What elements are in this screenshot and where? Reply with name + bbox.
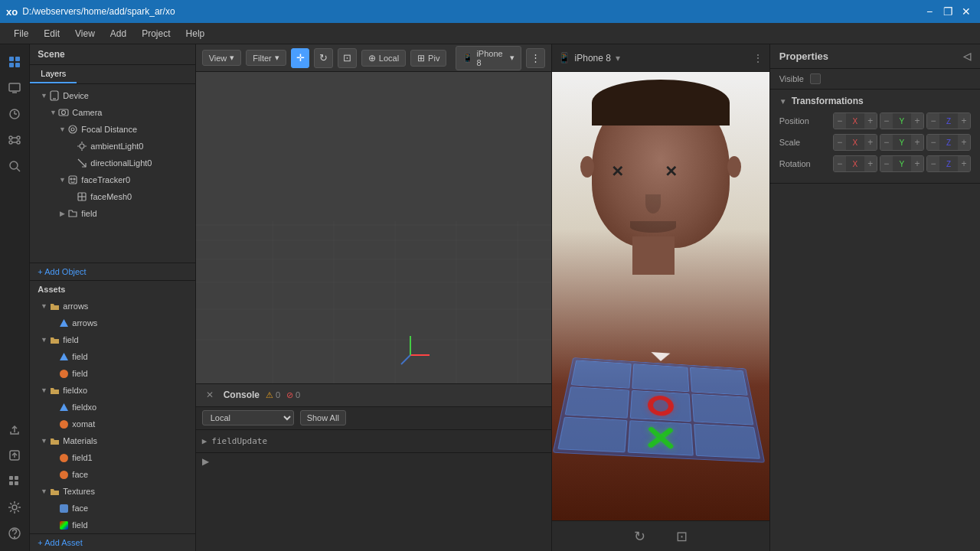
- tree-item-field-folder[interactable]: ▼ field: [30, 331, 194, 348]
- sidebar-icon-scene[interactable]: [3, 51, 26, 73]
- menu-project[interactable]: Project: [134, 25, 178, 42]
- preview-refresh-button[interactable]: ↻: [634, 528, 645, 545]
- position-z-minus[interactable]: −: [927, 113, 939, 129]
- tree-item-face-texture[interactable]: ▼ face: [30, 500, 194, 517]
- tree-item-facemesh[interactable]: ▼ faceMesh0: [30, 188, 194, 205]
- rotation-y-minus[interactable]: −: [880, 156, 893, 171]
- menu-dots-button[interactable]: ⋮: [526, 48, 545, 68]
- scale-y-minus[interactable]: −: [880, 135, 893, 150]
- tree-item-field-mat[interactable]: ▼ field: [30, 365, 194, 382]
- scale-fields: − X + − Y + − Z +: [833, 134, 971, 151]
- menu-view[interactable]: View: [67, 25, 103, 42]
- rotation-x-minus[interactable]: −: [834, 156, 846, 171]
- tree-item-focal[interactable]: ▼ Focal Distance: [30, 121, 194, 138]
- svg-point-31: [69, 126, 77, 133]
- view-chevron-icon: ▾: [230, 53, 234, 63]
- position-y-minus[interactable]: −: [880, 113, 893, 129]
- scale-x-plus[interactable]: +: [864, 135, 877, 150]
- properties-collapse-icon: ◁: [963, 51, 971, 62]
- scene-tabs: Layers: [30, 65, 194, 84]
- move-tool-button[interactable]: ✛: [291, 48, 310, 68]
- visible-checkbox[interactable]: [810, 73, 821, 84]
- device-dropdown[interactable]: 📱 iPhone 8 ▾: [456, 46, 521, 70]
- tree-item-directional[interactable]: ▼ directionalLight0: [30, 155, 194, 171]
- console-warning-badge: ⚠ 0: [266, 390, 280, 400]
- sidebar-icon-animate[interactable]: [3, 103, 26, 126]
- console-row-arrow[interactable]: ▶: [202, 436, 207, 446]
- tree-item-field[interactable]: ▶ field: [30, 205, 194, 222]
- sidebar-icon-settings[interactable]: [3, 496, 26, 519]
- tab-layers[interactable]: Layers: [30, 65, 77, 83]
- minimize-button[interactable]: −: [922, 4, 937, 19]
- filter-dropdown[interactable]: Filter ▾: [246, 50, 286, 66]
- rotation-z-plus[interactable]: +: [958, 156, 970, 171]
- tree-item-facetracker[interactable]: ▼ faceTracker0: [30, 171, 194, 188]
- tree-item-arrows[interactable]: ▼ arrows: [30, 315, 194, 331]
- preview-screenshot-button[interactable]: ⊡: [676, 528, 688, 545]
- console-scope-select[interactable]: Local: [202, 410, 294, 425]
- scale-y-plus[interactable]: +: [911, 135, 923, 150]
- position-z-plus[interactable]: +: [958, 113, 970, 129]
- tree-item-arrows-folder[interactable]: ▼ arrows: [30, 298, 194, 315]
- sidebar-icon-upload[interactable]: [3, 444, 26, 467]
- position-x-plus[interactable]: +: [864, 113, 877, 129]
- local-dropdown[interactable]: ⊕ Local: [361, 50, 406, 67]
- scale-x-minus[interactable]: −: [834, 135, 846, 150]
- console-input[interactable]: [212, 456, 545, 466]
- scale-z-minus[interactable]: −: [927, 135, 939, 150]
- add-object-button[interactable]: + Add Object: [30, 262, 194, 280]
- tree-item-face-mat[interactable]: ▼ face: [30, 466, 194, 483]
- label-ambient: ambientLight0: [90, 142, 143, 151]
- menu-file[interactable]: File: [6, 25, 36, 42]
- sidebar-icon-display[interactable]: [3, 77, 26, 99]
- scale-z-plus[interactable]: +: [958, 135, 970, 150]
- tree-item-field1[interactable]: ▼ field1: [30, 449, 194, 466]
- position-x-value: X: [846, 117, 864, 126]
- show-all-button[interactable]: Show All: [300, 410, 346, 425]
- properties-panel: Properties ◁ Visible ▼ Transformations P…: [769, 44, 980, 551]
- tree-item-field-mesh[interactable]: ▼ field: [30, 348, 194, 365]
- sidebar-icon-search[interactable]: [3, 155, 26, 178]
- tree-item-fieldxo-mesh[interactable]: ▼ fieldxo: [30, 399, 194, 416]
- sidebar-icon-help[interactable]: [3, 522, 26, 545]
- view-dropdown[interactable]: View ▾: [202, 50, 242, 66]
- menu-help[interactable]: Help: [178, 25, 213, 42]
- position-x-minus[interactable]: −: [834, 113, 846, 129]
- menu-edit[interactable]: Edit: [36, 25, 67, 42]
- restore-button[interactable]: ❐: [940, 4, 956, 19]
- tree-item-fieldxo-folder[interactable]: ▼ fieldxo: [30, 382, 194, 399]
- sidebar-icon-share[interactable]: [3, 418, 26, 441]
- svg-rect-53: [60, 521, 68, 530]
- tree-item-device[interactable]: ▼ Device: [30, 87, 194, 104]
- console-panel: ✕ Console ⚠ 0 ⊘ 0 Local Show All: [196, 383, 551, 551]
- scene-tree: ▼ Device ▼ Camera: [30, 84, 194, 262]
- svg-rect-3: [15, 63, 20, 67]
- menu-add[interactable]: Add: [103, 25, 134, 42]
- viewport-area[interactable]: ✕ Console ⚠ 0 ⊘ 0 Local Show All: [196, 72, 551, 551]
- close-button[interactable]: ✕: [959, 4, 974, 19]
- tree-item-camera[interactable]: ▼ Camera: [30, 104, 194, 121]
- tree-item-textures-folder[interactable]: ▼ Textures: [30, 483, 194, 500]
- console-close-button[interactable]: ✕: [202, 387, 217, 403]
- add-asset-button[interactable]: + Add Asset: [30, 533, 194, 551]
- rotation-y-field: − Y +: [880, 155, 924, 172]
- rotation-x-plus[interactable]: +: [864, 156, 877, 171]
- svg-rect-1: [15, 57, 20, 61]
- rotation-y-plus[interactable]: +: [911, 156, 923, 171]
- position-y-plus[interactable]: +: [911, 113, 923, 129]
- tree-item-xomat[interactable]: ▼ xomat: [30, 416, 194, 432]
- preview-menu-button[interactable]: ⋮: [753, 52, 763, 64]
- svg-line-16: [17, 168, 20, 171]
- pivot-dropdown[interactable]: ⊞ Piv: [410, 50, 446, 67]
- transformations-header[interactable]: ▼ Transformations: [779, 96, 971, 106]
- tree-item-materials-folder[interactable]: ▼ Materials: [30, 432, 194, 449]
- console-prompt: ▶: [202, 456, 209, 467]
- scale-tool-button[interactable]: ⊡: [338, 48, 357, 68]
- sidebar-icon-patch[interactable]: [3, 129, 26, 152]
- tree-item-field-texture[interactable]: ▼ field: [30, 517, 194, 533]
- tree-item-ambient[interactable]: ▼ ambientLight0: [30, 138, 194, 155]
- viewport-3d[interactable]: [196, 72, 551, 383]
- rotate-tool-button[interactable]: ↻: [314, 48, 333, 68]
- rotation-z-minus[interactable]: −: [927, 156, 939, 171]
- sidebar-icon-grid[interactable]: [3, 470, 26, 493]
